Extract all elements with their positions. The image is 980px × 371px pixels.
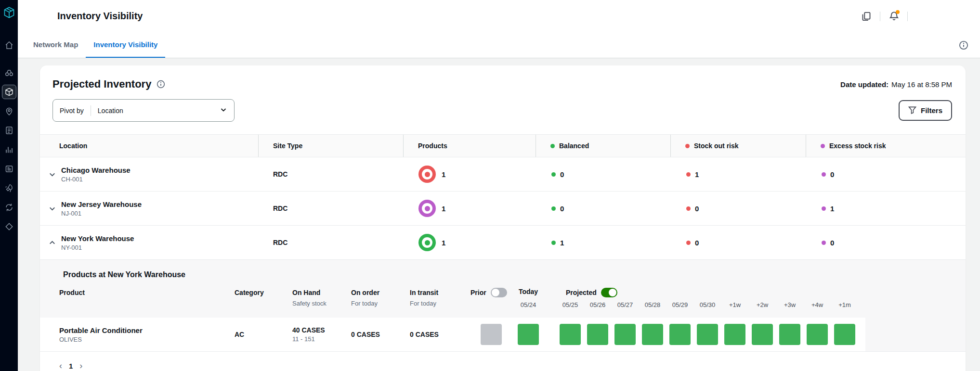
balanced-dot <box>551 241 556 245</box>
sidebar-item-orders[interactable] <box>2 123 16 138</box>
app-title: Inventory Visibility <box>57 11 143 22</box>
col-excess-label: Excess stock risk <box>829 142 886 150</box>
table-row-new-jersey[interactable]: New Jersey WarehouseNJ-001 RDC 1 0 0 1 <box>40 192 966 226</box>
heat-cell-05/26[interactable] <box>587 324 608 345</box>
projected-toggle[interactable] <box>601 288 617 297</box>
sidebar-item-insights[interactable] <box>2 65 16 80</box>
locations-table-header: Location Site Type Products Balanced Sto… <box>40 134 966 157</box>
timeline-squares <box>469 318 865 351</box>
sidebar-item-analytics[interactable] <box>2 142 16 157</box>
products-status-donut <box>418 166 436 183</box>
heat-cell-+1m[interactable] <box>834 324 855 345</box>
tab-network-map[interactable]: Network Map <box>26 32 86 58</box>
col-in-transit-sub: For today <box>410 300 469 307</box>
header-divider <box>880 12 880 21</box>
expand-chevron-icon[interactable] <box>47 169 57 179</box>
sidebar-item-sustainability[interactable] <box>2 200 16 215</box>
balanced-count: 0 <box>560 205 564 213</box>
projected-date-label: +3w <box>779 301 800 308</box>
safety-stock-range: 11 - 151 <box>292 335 351 343</box>
col-on-hand: On Hand <box>292 289 351 296</box>
projected-date-label: 05/27 <box>614 301 636 308</box>
heat-cell-+3w[interactable] <box>779 324 800 345</box>
balanced-dot <box>551 172 556 177</box>
projected-date-label: 05/26 <box>587 301 608 308</box>
left-nav-sidebar <box>0 0 18 371</box>
heat-cell-05/28[interactable] <box>642 324 663 345</box>
projected-date-label: 05/30 <box>697 301 718 308</box>
sidebar-item-network[interactable] <box>2 104 16 118</box>
sidebar-item-inventory[interactable] <box>2 85 16 99</box>
tab-info-icon[interactable] <box>957 38 970 52</box>
col-on-order: On order <box>351 289 410 296</box>
col-product: Product <box>59 289 235 296</box>
projected-date-label: +4w <box>807 301 828 308</box>
table-row-new-york[interactable]: New York WarehouseNY-001 RDC 1 1 0 0 <box>40 226 966 260</box>
balanced-count: 0 <box>560 170 564 179</box>
filters-button[interactable]: Filters <box>899 100 952 121</box>
pagination: ‹ 1 › <box>40 352 966 370</box>
panel-title: Products at New York Warehouse <box>40 260 966 286</box>
sidebar-item-home[interactable] <box>2 38 16 52</box>
heat-cell-today[interactable] <box>518 324 539 345</box>
location-name: New York Warehouse <box>61 234 134 243</box>
heat-cell-+1w[interactable] <box>724 324 745 345</box>
expand-chevron-icon[interactable] <box>47 203 57 214</box>
pivot-by-select[interactable]: Pivot by Location <box>52 99 235 122</box>
heat-cell-05/27[interactable] <box>614 324 636 345</box>
sidebar-item-demand[interactable] <box>2 181 16 195</box>
tab-bar: Network Map Inventory Visibility <box>18 32 980 58</box>
col-on-order-sub: For today <box>351 300 410 307</box>
product-name: Portable Air Conditioner <box>59 326 235 334</box>
products-status-donut <box>418 234 436 251</box>
pages-icon[interactable] <box>860 10 873 23</box>
prev-page-button[interactable]: ‹ <box>59 361 62 370</box>
prior-toggle[interactable] <box>491 288 507 297</box>
excess-dot <box>821 144 825 148</box>
col-category: Category <box>235 289 292 296</box>
next-page-button[interactable]: › <box>79 361 82 370</box>
stockout-count: 1 <box>695 170 699 179</box>
heat-cell-05/25[interactable] <box>560 324 581 345</box>
heat-cell-+2w[interactable] <box>752 324 773 345</box>
stockout-dot <box>686 172 691 177</box>
heat-cell-+4w[interactable] <box>807 324 828 345</box>
collapse-chevron-icon[interactable] <box>47 237 57 248</box>
table-row-chicago[interactable]: Chicago WarehouseCH-001 RDC 1 0 1 0 <box>40 157 966 192</box>
excess-dot <box>822 172 826 177</box>
products-count: 1 <box>442 170 445 179</box>
in-transit-value: 0 CASES <box>410 331 469 338</box>
col-stockout-label: Stock out risk <box>694 142 739 150</box>
products-count: 1 <box>442 239 445 247</box>
timeline-header: Prior Today Projected 05/24 05/2505/2605… <box>469 286 966 318</box>
notification-badge <box>896 10 900 14</box>
location-code: CH-001 <box>61 176 131 183</box>
pivot-divider <box>91 105 91 116</box>
sidebar-item-tags[interactable] <box>2 219 16 234</box>
tab-inventory-visibility[interactable]: Inventory Visibility <box>86 32 165 58</box>
pivot-value: Location <box>98 107 123 115</box>
products-table-header: Product Category On HandSafety stock On … <box>40 286 966 318</box>
sidebar-item-news[interactable] <box>2 162 16 176</box>
product-row[interactable]: Portable Air Conditioner OLIVES AC 40 CA… <box>40 318 865 351</box>
heat-cell-05/29[interactable] <box>669 324 691 345</box>
projected-label: Projected <box>566 289 597 296</box>
header-actions <box>860 10 908 23</box>
location-name: Chicago Warehouse <box>61 166 131 174</box>
chevron-down-icon <box>220 106 227 115</box>
projected-date-label: 05/28 <box>642 301 663 308</box>
col-site-type: Site Type <box>258 135 403 157</box>
today-date-label: 05/24 <box>518 301 539 308</box>
pivot-label: Pivot by <box>60 107 84 115</box>
prior-toggle-group: Prior <box>470 288 507 297</box>
title-info-icon[interactable] <box>156 79 166 89</box>
heat-cell-05/30[interactable] <box>697 324 718 345</box>
funnel-icon <box>908 106 916 115</box>
stockout-count: 0 <box>695 239 699 247</box>
heat-cell-prior[interactable] <box>481 324 502 345</box>
locations-table: Location Site Type Products Balanced Sto… <box>40 134 966 370</box>
notifications-bell-icon[interactable] <box>887 10 901 23</box>
site-type: RDC <box>258 205 403 212</box>
products-status-donut <box>418 200 436 217</box>
page-number[interactable]: 1 <box>69 362 73 370</box>
